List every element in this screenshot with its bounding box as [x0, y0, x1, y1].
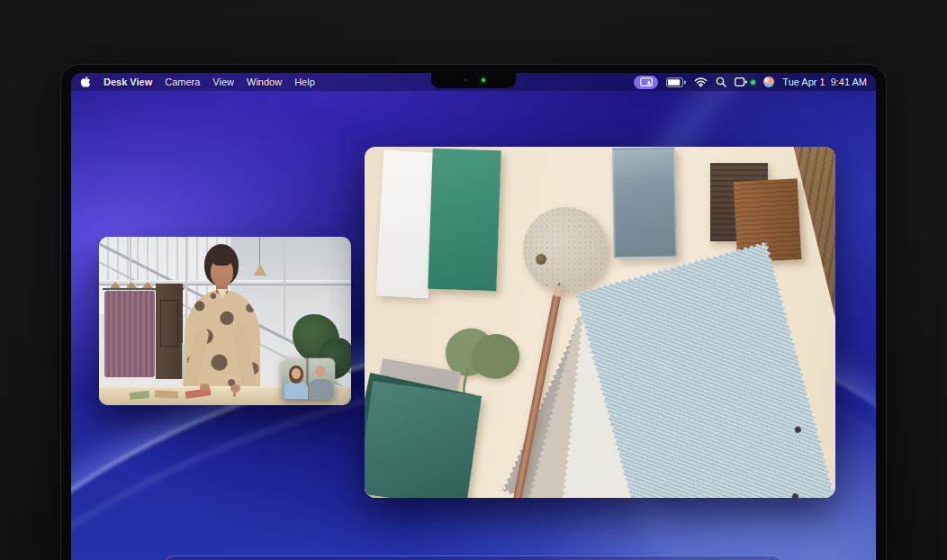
- felt-disc-sample: [523, 207, 608, 292]
- hanging-garments: [104, 291, 155, 377]
- pendant-lamp: [254, 264, 266, 275]
- teal-tile-sample: [428, 149, 501, 292]
- call-participants-pip[interactable]: [282, 358, 335, 399]
- display-icon[interactable]: [735, 77, 747, 86]
- screen-sharing-indicator-icon[interactable]: [634, 76, 658, 89]
- facetime-camera-lens: [464, 78, 467, 82]
- participant-man-shirt: [309, 379, 333, 399]
- camera-notch: [431, 73, 516, 88]
- presenter-face: [211, 258, 233, 286]
- hanger: [126, 282, 137, 288]
- felt-disc-hole: [536, 254, 546, 265]
- spotlight-search-icon[interactable]: [716, 77, 726, 87]
- menu-item-help[interactable]: Help: [294, 77, 315, 87]
- menu-item-window[interactable]: Window: [247, 77, 282, 87]
- clock-time: 9:41 AM: [831, 77, 867, 87]
- clock-date: Tue Apr 1: [782, 77, 825, 87]
- apple-logo-icon[interactable]: [80, 77, 91, 88]
- blue-gray-tile-sample: [612, 147, 677, 258]
- menu-item-view[interactable]: View: [212, 77, 234, 87]
- hanger: [142, 282, 153, 288]
- teal-square-sample: [365, 381, 482, 498]
- wifi-icon[interactable]: [694, 77, 708, 87]
- desktop-background: Desk View Camera View Window Help: [0, 0, 947, 560]
- cabinet: [156, 284, 183, 379]
- menu-item-camera[interactable]: Camera: [165, 77, 200, 87]
- fabric-snap: [791, 492, 799, 498]
- hanger: [110, 282, 121, 288]
- column: [284, 237, 285, 338]
- desk-view-window[interactable]: [365, 147, 835, 498]
- participant-woman-shirt: [284, 382, 308, 399]
- participant-man-face: [315, 366, 325, 377]
- battery-icon[interactable]: [666, 77, 686, 87]
- menu-bar-clock[interactable]: Tue Apr 1 9:41 AM: [782, 77, 867, 87]
- participant-woman-face: [292, 368, 301, 379]
- menu-app-name[interactable]: Desk View: [104, 77, 152, 87]
- background-window-edge[interactable]: [165, 555, 782, 560]
- siri-icon[interactable]: [763, 77, 774, 87]
- macbook-screen: Desk View Camera View Window Help: [71, 73, 876, 560]
- presenter-hand: [200, 384, 210, 392]
- camera-in-use-dot: [751, 80, 755, 85]
- presenter-pointing-hand: [230, 384, 240, 393]
- macbook-frame: Desk View Camera View Window Help: [61, 65, 886, 560]
- fabric-snap: [794, 426, 802, 434]
- white-tile-sample: [376, 150, 436, 299]
- desk-swatch: [155, 390, 178, 399]
- camera-active-light: [482, 78, 485, 82]
- video-call-window[interactable]: [99, 237, 351, 405]
